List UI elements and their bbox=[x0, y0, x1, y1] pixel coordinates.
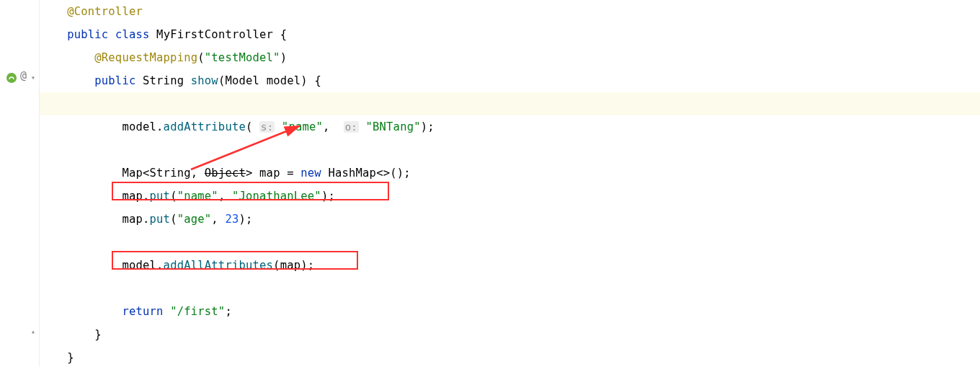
method-call: put bbox=[150, 190, 171, 203]
code-editor[interactable]: @ ▾ ▴ @Controller public class MyFirstCo… bbox=[0, 0, 980, 367]
annotation: @RequestMapping bbox=[94, 51, 197, 64]
brace: { bbox=[273, 28, 287, 41]
string: "/first" bbox=[170, 305, 225, 318]
type: String bbox=[150, 167, 191, 180]
parameter-hint: s: bbox=[259, 121, 275, 133]
editor-gutter: @ ▾ ▴ bbox=[0, 0, 40, 367]
identifier: map. bbox=[122, 213, 149, 226]
brace: } bbox=[94, 328, 102, 341]
string: "name" bbox=[177, 190, 218, 203]
class-name: MyFirstController bbox=[156, 28, 273, 41]
param-type: Model bbox=[225, 74, 259, 87]
code-line[interactable] bbox=[40, 138, 980, 162]
method-call: put bbox=[150, 213, 171, 226]
code-line[interactable]: map.put("name", "JonathanLee"); bbox=[40, 185, 980, 208]
space bbox=[164, 305, 171, 318]
comma: , bbox=[211, 213, 225, 226]
paren: ); bbox=[421, 120, 435, 133]
string: "name" bbox=[275, 120, 323, 133]
method-call: addAllAttributes bbox=[164, 259, 274, 272]
semicolon: ; bbox=[225, 305, 232, 318]
string: "BNTang" bbox=[359, 120, 421, 133]
code-line[interactable]: Map<String, Object> map = new HashMap<>(… bbox=[40, 162, 980, 185]
fold-chevron-icon[interactable]: ▾ bbox=[31, 74, 35, 81]
keyword: public bbox=[67, 28, 108, 41]
type: Map< bbox=[122, 167, 149, 180]
paren: ( bbox=[197, 51, 205, 64]
identifier: model. bbox=[122, 120, 163, 133]
comma: , bbox=[191, 167, 205, 180]
number: 23 bbox=[225, 213, 239, 226]
method-name: show bbox=[191, 74, 218, 87]
code-line[interactable] bbox=[40, 92, 980, 115]
string: "JonathanLee" bbox=[232, 190, 321, 203]
code-line[interactable]: map.put("age", 23); bbox=[40, 208, 980, 231]
code-line[interactable] bbox=[40, 231, 980, 254]
keyword: return bbox=[122, 305, 163, 318]
code-line[interactable]: model.addAttribute( s: "name", o: "BNTan… bbox=[40, 115, 980, 138]
paren: ) { bbox=[300, 74, 321, 87]
identifier: map. bbox=[122, 190, 149, 203]
paren: ( bbox=[246, 120, 259, 133]
code-line[interactable]: model.addAllAttributes(map); bbox=[40, 254, 980, 277]
string: "age" bbox=[177, 213, 212, 226]
code-line[interactable]: public String show(Model model) { bbox=[40, 69, 980, 92]
paren: ); bbox=[239, 213, 253, 226]
code-line[interactable]: return "/first"; bbox=[40, 300, 980, 323]
paren: ); bbox=[321, 190, 335, 203]
paren: ( bbox=[170, 190, 177, 203]
string: "testModel" bbox=[205, 51, 280, 64]
param-name: model bbox=[259, 74, 300, 87]
brace: } bbox=[67, 351, 74, 364]
return-type: String bbox=[143, 74, 184, 87]
code-area[interactable]: @Controller public class MyFirstControll… bbox=[40, 0, 980, 367]
svg-point-0 bbox=[6, 73, 17, 83]
code-line[interactable]: @Controller bbox=[40, 0, 980, 23]
paren: ( bbox=[170, 213, 177, 226]
spring-bean-icon[interactable] bbox=[6, 72, 17, 87]
code-line[interactable]: } bbox=[40, 346, 980, 367]
code-line[interactable]: } bbox=[40, 323, 980, 346]
comma: , bbox=[218, 190, 232, 203]
paren: (map); bbox=[273, 259, 314, 272]
text: > map = bbox=[246, 167, 300, 180]
keyword: public bbox=[94, 74, 135, 87]
paren: ) bbox=[280, 51, 288, 64]
request-mapping-gutter-icon[interactable]: @ bbox=[20, 69, 27, 82]
text: HashMap<>(); bbox=[321, 167, 411, 180]
comma: , bbox=[323, 120, 344, 133]
annotation: @Controller bbox=[67, 5, 143, 18]
code-line[interactable]: @RequestMapping("testModel") bbox=[40, 46, 980, 69]
type-deprecated: Object bbox=[205, 167, 246, 180]
fold-chevron-icon[interactable]: ▴ bbox=[31, 327, 35, 335]
keyword: class bbox=[115, 28, 150, 41]
identifier: model. bbox=[122, 259, 163, 272]
method-call: addAttribute bbox=[164, 120, 246, 133]
code-line[interactable] bbox=[40, 277, 980, 300]
code-line[interactable]: public class MyFirstController { bbox=[40, 23, 980, 46]
keyword: new bbox=[300, 167, 321, 180]
parameter-hint: o: bbox=[344, 121, 359, 133]
